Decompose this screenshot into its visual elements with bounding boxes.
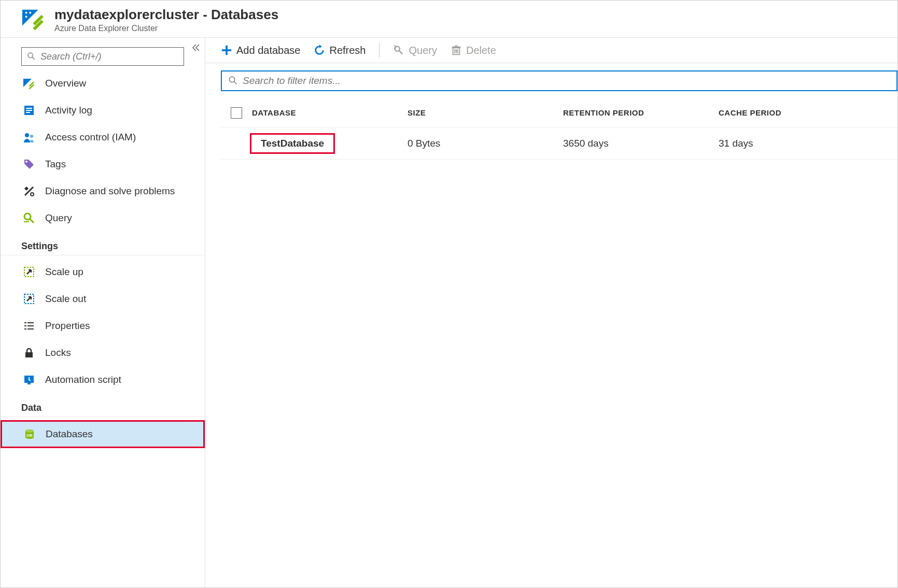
size-cell: 0 Bytes [408,138,563,149]
button-label: Refresh [329,45,366,56]
svg-rect-43 [452,47,461,48]
sidebar-item-label: Properties [45,320,90,332]
lock-icon [22,347,36,359]
sidebar-item-access-control[interactable]: Access control (IAM) [1,124,205,151]
tags-icon [22,158,36,170]
automation-script-icon [22,374,36,386]
sidebar-item-tags[interactable]: Tags [1,151,205,178]
sidebar-item-label: Automation script [45,374,121,385]
svg-text:DB: DB [26,433,33,438]
trash-icon [451,45,462,56]
add-database-button[interactable]: Add database [221,45,300,56]
database-name-cell[interactable]: TestDatabase [250,133,335,154]
sidebar-item-scale-up[interactable]: Scale up [1,259,205,285]
overview-icon [22,77,36,90]
svg-rect-24 [24,322,26,323]
svg-point-18 [31,193,34,196]
collapse-sidebar-button[interactable] [191,43,201,55]
refresh-button[interactable]: Refresh [314,45,366,56]
sidebar-item-locks[interactable]: Locks [1,339,205,366]
svg-line-39 [399,51,402,54]
sidebar-item-label: Locks [45,347,71,358]
svg-point-17 [25,161,27,163]
col-cache[interactable]: CACHE PERIOD [719,108,897,117]
sidebar-item-label: Databases [46,428,93,440]
toolbar: Add database Refresh Query [205,38,897,63]
sidebar-item-properties[interactable]: Properties [1,312,205,339]
svg-line-7 [32,57,35,60]
sidebar-item-diagnose[interactable]: Diagnose and solve problems [1,178,205,205]
sidebar-item-scale-out[interactable]: Scale out [1,285,205,312]
sidebar-item-query[interactable]: Query [1,205,205,232]
retention-cell: 3650 days [563,138,719,149]
svg-line-49 [234,81,236,84]
section-data-label: Data [1,393,205,417]
table-row[interactable]: TestDatabase 0 Bytes 3650 days 31 days [221,127,897,160]
sidebar-item-label: Query [45,212,72,224]
sidebar-item-activity-log[interactable]: Activity log [1,97,205,124]
svg-rect-14 [26,112,30,113]
col-database[interactable]: DATABASE [252,108,408,117]
page-header: mydataexplorercluster - Databases Azure … [1,1,897,38]
access-control-icon [22,131,36,144]
svg-rect-30 [25,352,33,357]
svg-rect-32 [27,383,31,384]
svg-point-16 [30,135,33,138]
refresh-icon [314,45,325,56]
svg-point-48 [229,77,235,82]
page-subtitle: Azure Data Explorer Cluster [54,24,278,33]
databases-table: DATABASE SIZE RETENTION PERIOD CACHE PER… [221,98,897,160]
filter-box[interactable] [221,70,897,91]
sidebar-item-automation-script[interactable]: Automation script [1,366,205,393]
delete-button[interactable]: Delete [451,45,496,56]
sidebar: Overview Activity log Access control (IA… [1,38,205,587]
svg-point-6 [28,53,33,58]
col-size[interactable]: SIZE [408,108,563,117]
sidebar-search[interactable] [21,47,184,66]
main-panel: Add database Refresh Query [205,38,897,587]
search-icon [228,76,237,87]
sidebar-item-label: Scale up [45,266,83,278]
plus-icon [221,45,232,56]
button-label: Delete [466,45,496,56]
svg-rect-41 [394,48,396,49]
sidebar-item-label: Activity log [45,105,92,116]
search-icon [27,52,35,62]
svg-rect-25 [27,322,34,323]
svg-point-2 [29,12,31,14]
page-title: mydataexplorercluster - Databases [54,7,278,23]
svg-line-20 [30,219,34,223]
scale-up-icon [22,266,36,278]
cluster-logo-icon [21,7,45,32]
svg-rect-13 [26,110,32,111]
svg-point-15 [25,133,29,137]
sidebar-item-databases[interactable]: DB Databases [1,420,205,448]
svg-rect-21 [24,221,29,222]
svg-point-19 [24,213,31,220]
svg-rect-27 [27,325,34,326]
svg-rect-12 [26,108,32,109]
cache-cell: 31 days [719,138,897,149]
svg-rect-40 [394,46,396,47]
databases-icon: DB [23,428,36,440]
svg-point-1 [25,12,27,14]
svg-point-34 [25,429,34,433]
svg-point-38 [395,47,400,51]
select-all-checkbox[interactable] [231,107,242,119]
diagnose-icon [22,185,36,197]
section-settings-label: Settings [1,232,205,255]
activity-log-icon [22,104,36,117]
button-label: Add database [236,45,300,56]
svg-rect-28 [24,328,26,329]
sidebar-item-label: Scale out [45,293,86,305]
svg-rect-37 [222,49,231,51]
svg-rect-26 [24,325,26,326]
toolbar-separator [379,43,380,58]
filter-input[interactable] [243,75,890,87]
sidebar-search-input[interactable] [40,51,178,62]
sidebar-item-overview[interactable]: Overview [1,70,205,97]
svg-rect-44 [455,46,458,47]
col-retention[interactable]: RETENTION PERIOD [563,108,719,117]
query-icon [22,212,36,224]
query-button[interactable]: Query [393,45,437,56]
